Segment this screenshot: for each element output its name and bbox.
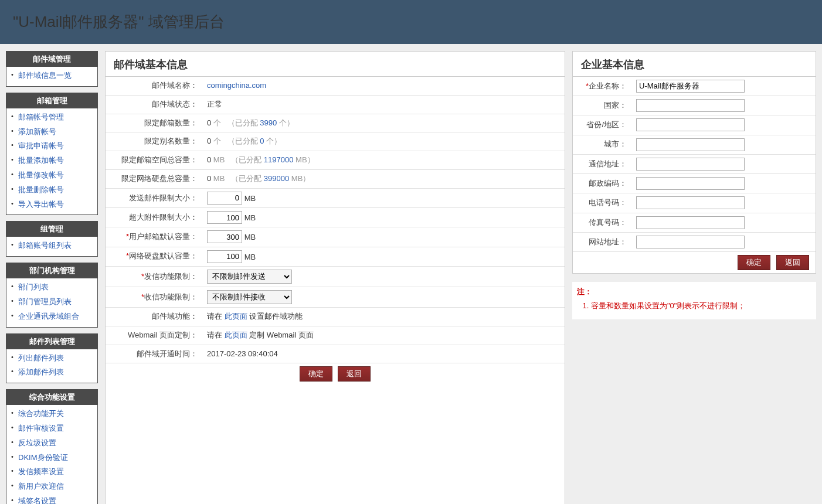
nav-item: DKIM身份验证 xyxy=(10,451,94,465)
nav-section: 邮箱管理邮箱帐号管理添加新帐号审批申请帐号批量添加帐号批量修改帐号批量删除帐号导… xyxy=(6,93,98,216)
nav-link[interactable]: 域签名设置 xyxy=(18,496,56,504)
nav-link[interactable]: 部门列表 xyxy=(18,282,49,291)
domain-func-link[interactable]: 此页面 xyxy=(225,312,247,321)
postcode-label: 邮政编码： xyxy=(573,174,631,193)
note-item: 容量和数量如果设置为"0"则表示不进行限制； xyxy=(591,299,811,312)
address-label: 通信地址： xyxy=(573,154,631,173)
domain-info-panel: 邮件域基本信息 邮件域名称： comingchina.com 邮件域状态： 正常… xyxy=(105,51,565,504)
note-title: 注： xyxy=(577,282,811,299)
nav-item: 导入导出帐号 xyxy=(10,197,94,212)
fax-input[interactable] xyxy=(636,216,745,229)
city-input[interactable] xyxy=(636,138,745,151)
default-mailbox-label: *用户邮箱默认容量： xyxy=(106,227,202,247)
nav-item: 邮件域信息一览 xyxy=(10,69,94,83)
open-time-value: 2017-02-23 09:40:04 xyxy=(202,345,565,363)
domain-name-label: 邮件域名称： xyxy=(106,77,202,95)
nav-item: 添加新帐号 xyxy=(10,125,94,139)
nav-item: 邮箱账号组列表 xyxy=(10,239,94,253)
alias-limit-value: 0 个 （已分配 0 个） xyxy=(202,132,565,151)
nav-section: 组管理邮箱账号组列表 xyxy=(6,221,98,257)
nav-link[interactable]: 导入导出帐号 xyxy=(18,200,64,209)
nav-link[interactable]: 审批申请帐号 xyxy=(18,141,64,150)
nav-link[interactable]: 反垃圾设置 xyxy=(18,438,56,447)
nav-link[interactable]: 批量添加帐号 xyxy=(18,156,64,165)
domain-name-value: comingchina.com xyxy=(207,81,266,90)
nav-header: 邮箱管理 xyxy=(6,93,97,108)
header: "U-Mail邮件服务器" 域管理后台 xyxy=(0,0,822,44)
domain-status-value: 正常 xyxy=(202,95,565,114)
fax-label: 传真号码： xyxy=(573,213,631,232)
nav-link[interactable]: 邮箱账号组列表 xyxy=(18,241,72,250)
nav-link[interactable]: 批量删除帐号 xyxy=(18,185,64,194)
page-title: "U-Mail邮件服务器" 域管理后台 xyxy=(13,12,225,32)
recv-limit-label: *收信功能限制： xyxy=(106,287,202,307)
domain-panel-title: 邮件域基本信息 xyxy=(106,52,565,77)
nav-link[interactable]: 企业通讯录域组合 xyxy=(18,312,79,321)
nav-link[interactable]: 发信频率设置 xyxy=(18,467,64,476)
domain-func-label: 邮件域功能： xyxy=(106,307,202,326)
nav-item: 添加邮件列表 xyxy=(10,365,94,380)
domain-status-label: 邮件域状态： xyxy=(106,95,202,114)
nav-item: 批量添加帐号 xyxy=(10,154,94,168)
space-limit-label: 限定邮箱空间总容量： xyxy=(106,151,202,170)
nav-link[interactable]: 添加新帐号 xyxy=(18,127,56,136)
province-label: 省份/地区： xyxy=(573,115,631,135)
note-box: 注： 容量和数量如果设置为"0"则表示不进行限制； xyxy=(572,282,816,319)
nav-item: 域签名设置 xyxy=(10,494,94,504)
nav-item: 新用户欢迎信 xyxy=(10,479,94,494)
nav-header: 组管理 xyxy=(6,222,97,237)
nav-link[interactable]: 邮件域信息一览 xyxy=(18,71,72,80)
attach-size-input[interactable] xyxy=(207,211,242,224)
webmail-custom-link[interactable]: 此页面 xyxy=(225,331,247,339)
address-input[interactable] xyxy=(636,158,745,171)
nav-item: 邮件审核设置 xyxy=(10,421,94,436)
nav-item: 部门列表 xyxy=(10,280,94,295)
webmail-custom-label: Webmail 页面定制： xyxy=(106,326,202,345)
sidebar: 邮件域管理邮件域信息一览邮箱管理邮箱帐号管理添加新帐号审批申请帐号批量添加帐号批… xyxy=(6,51,98,504)
send-size-label: 发送邮件限制大小： xyxy=(106,188,202,207)
send-limit-label: *发信功能限制： xyxy=(106,266,202,287)
nav-item: 邮箱帐号管理 xyxy=(10,110,94,125)
default-disk-input[interactable] xyxy=(207,250,242,263)
nav-item: 发信频率设置 xyxy=(10,465,94,479)
nav-link[interactable]: DKIM身份验证 xyxy=(18,453,68,462)
province-input[interactable] xyxy=(636,118,745,131)
company-ok-button[interactable]: 确定 xyxy=(738,255,770,270)
nav-item: 综合功能开关 xyxy=(10,407,94,421)
nav-header: 部门机构管理 xyxy=(6,263,97,278)
nav-link[interactable]: 添加邮件列表 xyxy=(18,367,64,376)
postcode-input[interactable] xyxy=(636,177,745,190)
send-size-input[interactable] xyxy=(207,192,242,205)
nav-item: 部门管理员列表 xyxy=(10,295,94,309)
company-name-input[interactable] xyxy=(636,80,745,93)
website-label: 网站地址： xyxy=(573,233,631,252)
send-limit-select[interactable]: 不限制邮件发送 xyxy=(207,270,292,284)
nav-link[interactable]: 邮箱帐号管理 xyxy=(18,113,64,121)
mailbox-limit-value: 0 个 （已分配 3990 个） xyxy=(202,114,565,132)
phone-label: 电话号码： xyxy=(573,193,631,213)
nav-link[interactable]: 综合功能开关 xyxy=(18,409,64,418)
company-info-panel: 企业基本信息 *企业名称： 国家： 省份/地区： 城市： 通信地址： 邮政编码： xyxy=(572,51,816,274)
space-limit-value: 0 MB （已分配 1197000 MB） xyxy=(202,151,565,170)
domain-back-button[interactable]: 返回 xyxy=(338,366,371,382)
nav-item: 列出邮件列表 xyxy=(10,351,94,366)
nav-item: 批量删除帐号 xyxy=(10,183,94,197)
nav-header: 邮件列表管理 xyxy=(6,334,97,349)
nav-item: 反垃圾设置 xyxy=(10,436,94,451)
recv-limit-select[interactable]: 不限制邮件接收 xyxy=(207,290,292,304)
nav-link[interactable]: 批量修改帐号 xyxy=(18,171,64,179)
country-input[interactable] xyxy=(636,99,745,112)
disk-limit-value: 0 MB （已分配 399000 MB） xyxy=(202,169,565,188)
company-back-button[interactable]: 返回 xyxy=(776,255,809,270)
nav-section: 部门机构管理部门列表部门管理员列表企业通讯录域组合 xyxy=(6,263,98,327)
nav-header: 邮件域管理 xyxy=(6,52,97,67)
default-mailbox-input[interactable] xyxy=(207,230,242,243)
nav-link[interactable]: 新用户欢迎信 xyxy=(18,482,64,491)
company-name-label: *企业名称： xyxy=(573,77,631,96)
phone-input[interactable] xyxy=(636,196,745,209)
nav-link[interactable]: 部门管理员列表 xyxy=(18,297,72,306)
domain-ok-button[interactable]: 确定 xyxy=(300,366,332,382)
nav-link[interactable]: 列出邮件列表 xyxy=(18,353,64,362)
website-input[interactable] xyxy=(636,236,745,248)
nav-link[interactable]: 邮件审核设置 xyxy=(18,424,64,433)
